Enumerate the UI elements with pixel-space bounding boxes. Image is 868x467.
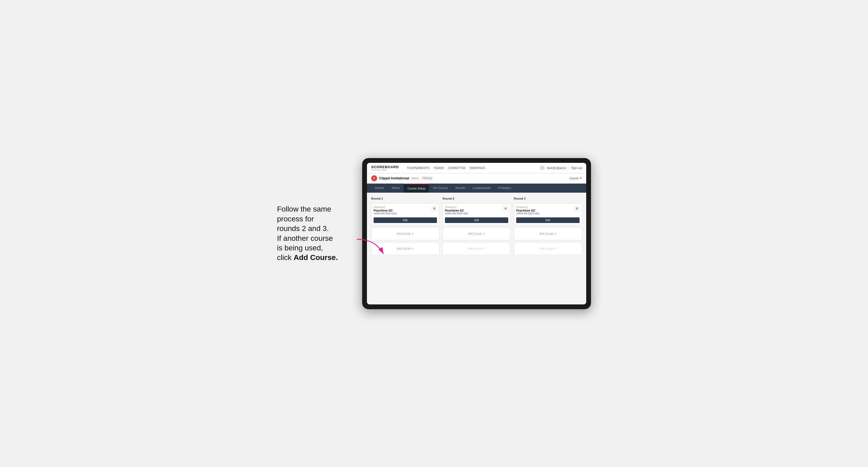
instruction-line3: rounds 2 and 3. xyxy=(277,224,329,232)
round-2-add-course-1[interactable]: Add Course + xyxy=(442,227,510,240)
round-1-course-tee: Yellow (M) (6629 yds) xyxy=(374,212,432,215)
round-2-course-card: (Course A) Peachtree GC Yellow (M) (6629… xyxy=(442,203,510,225)
tournament-name: Clippd Invitational xyxy=(379,176,409,180)
round-3-delete-button[interactable]: ⊗ xyxy=(574,206,580,211)
tab-details[interactable]: Details xyxy=(371,184,388,193)
tab-leaderboards[interactable]: Leaderboards xyxy=(469,184,494,193)
tab-tee-groups[interactable]: Tee Groups xyxy=(429,184,452,193)
round-1-course-name: Peachtree GC xyxy=(374,209,432,212)
nav-teams[interactable]: TEAMS xyxy=(434,166,444,170)
top-nav: SCOREBOARD Powered by clippd TOURNAMENTS… xyxy=(367,163,586,173)
round-1-delete-button[interactable]: ⊗ xyxy=(432,206,437,211)
round-2-add-course-label-2: Add Course xyxy=(468,247,482,250)
nav-separator: | xyxy=(568,166,569,169)
round-1-edit-button[interactable]: Edit xyxy=(374,217,437,223)
round-3-add-course-label-2: Add Course xyxy=(539,247,554,250)
round-3-card-header: (Course A) Peachtree GC Yellow (M) (6629… xyxy=(516,206,580,216)
round-2-add-plus-1: + xyxy=(483,232,485,236)
round-1-add-course-1[interactable]: Add Course + xyxy=(371,227,439,240)
user-avatar xyxy=(540,165,545,170)
logo-area: SCOREBOARD Powered by clippd xyxy=(371,165,399,171)
tablet-device: SCOREBOARD Powered by clippd TOURNAMENTS… xyxy=(362,158,591,309)
sign-out-link[interactable]: Sign out xyxy=(571,166,582,169)
round-2-delete-button[interactable]: ⊗ xyxy=(503,206,508,211)
round-3-column: Round 3 (Course A) Peachtree GC Yellow (… xyxy=(514,197,582,255)
nav-tournaments[interactable]: TOURNAMENTS xyxy=(407,166,430,170)
round-3-add-course-label-1: Add Course xyxy=(539,232,554,235)
user-email: blair@clippd.io xyxy=(547,166,566,169)
round-2-add-course-2[interactable]: Add Course + xyxy=(442,242,510,255)
round-2-course-label: (Course A) xyxy=(445,206,503,208)
round-3-course-label: (Course A) xyxy=(516,206,574,208)
instruction-line5: is being used, xyxy=(277,244,323,252)
round-3-edit-button[interactable]: Edit xyxy=(516,217,580,223)
nav-committee[interactable]: COMMITTEE xyxy=(448,166,466,170)
cancel-button[interactable]: Cancel ✕ xyxy=(569,177,582,180)
round-3-add-course-1[interactable]: Add Course + xyxy=(514,227,582,240)
round-3-course-tee: Yellow (M) (6629 yds) xyxy=(516,212,574,215)
main-content: Round 1 (Course A) Peachtree GC Yellow (… xyxy=(367,193,586,304)
round-3-add-plus-2: + xyxy=(555,247,556,251)
tablet-screen: SCOREBOARD Powered by clippd TOURNAMENTS… xyxy=(367,163,586,304)
round-2-card-header: (Course A) Peachtree GC Yellow (M) (6629… xyxy=(445,206,508,216)
round-1-column: Round 1 (Course A) Peachtree GC Yellow (… xyxy=(371,197,439,255)
instruction-line2: process for xyxy=(277,215,314,223)
instruction-text: Follow the same process for rounds 2 and… xyxy=(277,205,351,262)
clippd-logo: C xyxy=(371,175,377,181)
round-1-card-header: (Course A) Peachtree GC Yellow (M) (6629… xyxy=(374,206,437,216)
round-2-card-info: (Course A) Peachtree GC Yellow (M) (6629… xyxy=(445,206,503,216)
round-1-add-plus-2: + xyxy=(412,247,414,251)
round-2-course-tee: Yellow (M) (6629 yds) xyxy=(445,212,503,215)
round-2-column: Round 2 (Course A) Peachtree GC Yellow (… xyxy=(442,197,510,255)
sub-header: C Clippd Invitational (Men) Hosting Canc… xyxy=(367,173,586,184)
round-1-add-course-label-2: Add Course xyxy=(397,247,411,250)
round-2-edit-button[interactable]: Edit xyxy=(445,217,508,223)
instruction-bold: Add Course. xyxy=(293,253,338,261)
rounds-grid: Round 1 (Course A) Peachtree GC Yellow (… xyxy=(371,197,582,255)
round-2-add-plus-2: + xyxy=(483,247,485,251)
round-1-add-plus-1: + xyxy=(412,232,414,236)
page-wrapper: Follow the same process for rounds 2 and… xyxy=(248,158,620,309)
round-1-add-course-2[interactable]: Add Course + xyxy=(371,242,439,255)
instruction-line4: If another course xyxy=(277,234,333,242)
tab-printables[interactable]: Printables xyxy=(494,184,515,193)
round-2-title: Round 2 xyxy=(442,197,510,200)
round-3-title: Round 3 xyxy=(514,197,582,200)
instruction-line6: click xyxy=(277,253,293,261)
round-1-add-course-label-1: Add Course xyxy=(397,232,411,235)
nav-right: blair@clippd.io | Sign out xyxy=(540,165,582,170)
round-1-card-info: (Course A) Peachtree GC Yellow (M) (6629… xyxy=(374,206,432,216)
round-3-course-name: Peachtree GC xyxy=(516,209,574,212)
nav-links: TOURNAMENTS TEAMS COMMITTEE RANKINGS xyxy=(407,166,535,170)
round-3-add-course-2[interactable]: Add Course + xyxy=(514,242,582,255)
nav-rankings[interactable]: RANKINGS xyxy=(470,166,485,170)
tab-bar: Details Teams Course Setup Tee Groups Re… xyxy=(367,184,586,193)
men-badge: (Men) xyxy=(411,177,419,180)
round-1-course-card: (Course A) Peachtree GC Yellow (M) (6629… xyxy=(371,203,439,225)
cancel-icon: ✕ xyxy=(580,177,582,180)
logo-subtitle: Powered by clippd xyxy=(371,169,399,171)
sub-header-left: C Clippd Invitational (Men) Hosting xyxy=(371,175,433,181)
tab-teams[interactable]: Teams xyxy=(388,184,404,193)
round-3-add-plus-1: + xyxy=(555,232,556,236)
round-3-card-info: (Course A) Peachtree GC Yellow (M) (6629… xyxy=(516,206,574,216)
round-1-course-label: (Course A) xyxy=(374,206,432,208)
tab-course-setup[interactable]: Course Setup xyxy=(404,184,429,193)
round-1-title: Round 1 xyxy=(371,197,439,200)
cancel-label: Cancel xyxy=(569,177,579,180)
instruction-line1: Follow the same xyxy=(277,205,331,213)
round-3-course-card: (Course A) Peachtree GC Yellow (M) (6629… xyxy=(514,203,582,225)
round-2-add-course-label-1: Add Course xyxy=(468,232,482,235)
scoreboard-logo: SCOREBOARD xyxy=(371,165,399,169)
hosting-badge: Hosting xyxy=(421,176,433,180)
round-2-course-name: Peachtree GC xyxy=(445,209,503,212)
tab-results[interactable]: Results xyxy=(452,184,469,193)
